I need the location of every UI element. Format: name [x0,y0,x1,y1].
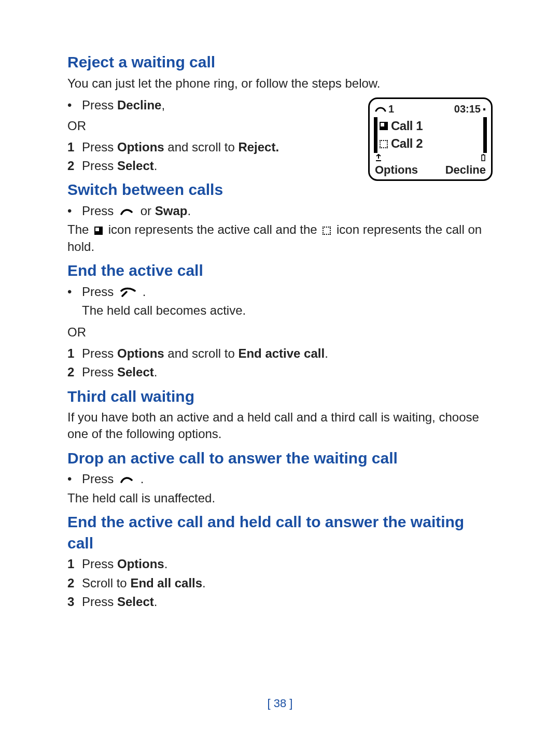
svg-rect-2 [483,154,484,155]
text: Scroll to [82,576,130,590]
text: and scroll to [164,346,239,360]
or-label: OR [67,118,285,134]
active-call-icon [380,122,388,130]
text: and scroll to [164,140,239,154]
text: , [161,98,165,112]
reject-step-1: 1 Press Options and scroll to Reject. [67,139,285,156]
text: . [154,595,158,609]
svg-rect-1 [482,155,485,161]
text: . [164,557,168,571]
bullet-icon: • [67,473,82,485]
end-all-step-3: 3 Press Select. [67,594,493,610]
switch-bullet-1: • Press or Swap. [67,203,493,219]
end-key-icon [119,287,137,298]
end-all-step-1: 1 Press Options. [67,556,493,572]
manual-page: Reject a waiting call You can just let t… [0,0,560,732]
softkey-left: Options [375,162,418,178]
third-intro: If you have both an active and a held ca… [67,409,493,443]
text: or [141,204,155,218]
end-active-step-2: 2 Press Select. [67,364,493,381]
send-key-icon [119,207,135,217]
drop-result: The held call is unaffected. [67,490,493,506]
svg-rect-0 [483,108,485,110]
heading-end-all: End the active call and held call to ans… [67,512,493,554]
swap-label: Swap [155,204,188,218]
end-active-result: The held call becomes active. [82,302,493,319]
end-all-step-2: 2 Scroll to End all calls. [67,575,493,592]
clock-label: 03:15 [454,102,481,116]
or-label: OR [67,324,493,341]
text: Press [82,595,117,609]
select-label: Select [117,365,154,379]
text: Press [82,365,117,379]
heading-end-active: End the active call [67,260,493,281]
reject-label: Reject. [238,140,279,154]
text: icon represents the active call and the [105,222,320,236]
bullet-icon: • [67,286,82,298]
top-count: 1 [388,102,394,116]
signal-icon [375,154,382,161]
end-active-call-label: End active call [238,346,325,360]
text: . [154,159,158,173]
reject-step-2: 2 Press Select. [67,158,285,174]
text: Press [82,472,117,486]
page-number: [ 38 ] [0,696,560,711]
text: . [143,285,146,299]
heading-reject: Reject a waiting call [67,52,493,73]
text: Press [82,557,117,571]
held-call-icon [380,140,388,148]
text: Press [82,204,117,218]
call-line-2: Call 2 [377,135,483,152]
step-number: 2 [67,364,82,381]
text: Press [82,285,117,299]
held-call-icon [323,227,331,235]
send-key-icon [119,475,135,485]
text: . [154,365,158,379]
heading-switch: Switch between calls [67,179,493,201]
step-number: 2 [67,575,82,592]
text: Press [82,346,117,360]
call-line-1: Call 1 [377,117,483,135]
options-label: Options [117,346,164,360]
handset-icon [375,106,386,113]
dot-icon [483,108,486,111]
text: Press [82,159,117,173]
text: . [141,472,144,486]
options-label: Options [117,557,164,571]
end-all-calls-label: End all calls [130,576,202,590]
reject-intro: You can just let the phone ring, or foll… [67,75,493,92]
switch-desc: The icon represents the active call and … [67,221,493,255]
softkey-right: Decline [445,162,486,178]
select-label: Select [117,595,154,609]
step-number: 1 [67,556,82,572]
options-label: Options [117,140,164,154]
decline-label: Decline [117,98,161,112]
step-number: 3 [67,594,82,610]
phone-screen-figure: 1 03:15 Call 1 Call 2 [368,97,493,181]
battery-icon [481,154,486,161]
text: . [187,204,191,218]
drop-bullet-1: • Press . [67,471,493,487]
text: The [67,222,92,236]
step-number: 2 [67,158,82,174]
heading-drop: Drop an active call to answer the waitin… [67,448,493,469]
text: Press [82,98,117,112]
step-number: 1 [67,345,82,362]
active-call-icon [94,227,103,235]
heading-third: Third call waiting [67,386,493,407]
text: . [202,576,206,590]
step-number: 1 [67,139,82,156]
end-active-bullet-1: • Press . [67,284,493,300]
text: Press [82,140,117,154]
text: . [325,346,328,360]
select-label: Select [117,159,154,173]
end-active-step-1: 1 Press Options and scroll to End active… [67,345,493,362]
bullet-icon: • [67,99,82,111]
bullet-icon: • [67,205,82,217]
call-1-label: Call 1 [391,118,423,134]
reject-bullet-1: • Press Decline, [67,97,285,114]
call-2-label: Call 2 [391,135,423,152]
